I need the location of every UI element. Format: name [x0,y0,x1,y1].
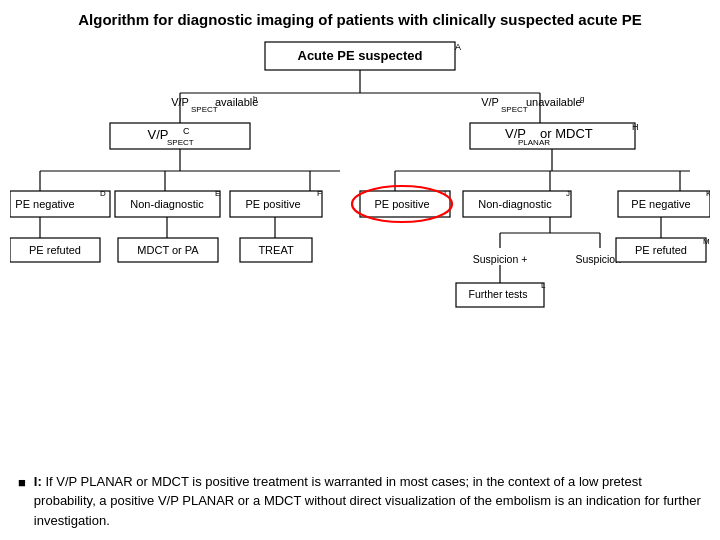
page: Algorithm for diagnostic imaging of pati… [0,0,720,540]
svg-text:J: J [566,189,570,198]
note-area: ■ I: If V/P PLANAR or MDCT is positive t… [14,472,706,531]
svg-text:MDCT or PA: MDCT or PA [137,244,199,256]
svg-text:SPECT: SPECT [191,105,218,114]
svg-text:b: b [253,94,258,103]
svg-text:K: K [706,189,710,198]
note-text: I: If V/P PLANAR or MDCT is positive tre… [34,472,702,531]
svg-text:Acute PE suspected: Acute PE suspected [298,48,423,63]
svg-text:PE positive: PE positive [374,198,429,210]
svg-text:Non-diagnostic: Non-diagnostic [130,198,204,210]
note-label: I: [34,474,42,489]
svg-text:SPECT: SPECT [167,138,194,147]
svg-text:V/P: V/P [481,96,499,108]
svg-text:Non-diagnostic: Non-diagnostic [478,198,552,210]
svg-text:TREAT: TREAT [258,244,294,256]
svg-text:V/P: V/P [171,96,189,108]
svg-text:D: D [100,189,106,198]
svg-text:F: F [317,189,322,198]
svg-text:V/P: V/P [148,127,169,142]
svg-text:Further tests: Further tests [469,288,528,300]
svg-text:E: E [215,189,220,198]
svg-text:H: H [632,122,639,132]
svg-text:Suspicion +: Suspicion + [473,253,528,265]
svg-text:L: L [541,281,546,290]
svg-text:available: available [215,96,258,108]
svg-text:unavailable: unavailable [526,96,582,108]
page-title: Algorithm for diagnostic imaging of pati… [14,10,706,30]
svg-text:M: M [703,237,710,246]
svg-text:PE refuted: PE refuted [635,244,687,256]
svg-text:PE refuted: PE refuted [29,244,81,256]
svg-text:C: C [183,126,190,136]
algorithm-diagram: Acute PE suspected A V/P SPECT available… [10,38,710,348]
diagram-area: Acute PE suspected A V/P SPECT available… [14,38,706,466]
svg-text:A: A [455,42,461,52]
svg-text:SPECT: SPECT [501,105,528,114]
note-body: If V/P PLANAR or MDCT is positive treatm… [34,474,701,528]
svg-text:PE negative: PE negative [631,198,690,210]
svg-text:or MDCT: or MDCT [540,126,593,141]
svg-text:g: g [580,94,584,103]
svg-text:PE positive: PE positive [245,198,300,210]
note-bullet: ■ [18,473,26,493]
svg-text:PE negative: PE negative [15,198,74,210]
